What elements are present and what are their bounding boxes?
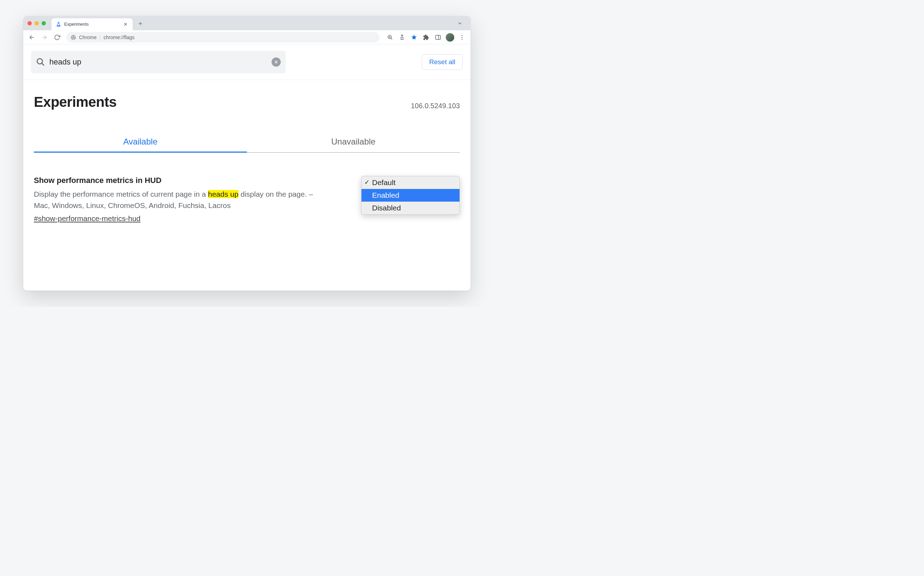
window-minimize-button[interactable]	[35, 21, 39, 26]
version-text: 106.0.5249.103	[411, 102, 460, 110]
tab-unavailable[interactable]: Unavailable	[247, 131, 460, 153]
extensions-icon[interactable]	[420, 32, 432, 43]
tab-list-button[interactable]	[455, 18, 465, 28]
window-maximize-button[interactable]	[42, 21, 46, 26]
window-close-button[interactable]	[27, 21, 32, 26]
new-tab-button[interactable]: ＋	[135, 18, 145, 28]
tab-strip: Experiments ✕ ＋	[23, 16, 471, 30]
tab-title: Experiments	[64, 22, 120, 27]
flag-text-block: Show performance metrics in HUD Display …	[34, 176, 327, 223]
sidepanel-icon[interactable]	[432, 32, 444, 43]
page-header: Experiments 106.0.5249.103	[23, 80, 471, 114]
content-tabs: Available Unavailable	[34, 131, 460, 153]
flag-state-dropdown[interactable]: Default Enabled Disabled	[361, 176, 460, 215]
browser-tab[interactable]: Experiments ✕	[51, 18, 133, 30]
dropdown-option-disabled[interactable]: Disabled	[362, 202, 460, 214]
bookmark-star-icon[interactable]	[408, 32, 420, 43]
page-title: Experiments	[34, 94, 117, 110]
flask-icon	[56, 21, 61, 27]
flag-title: Show performance metrics in HUD	[34, 176, 327, 185]
flag-anchor-link[interactable]: #show-performance-metrics-hud	[34, 214, 140, 223]
search-input[interactable]	[50, 58, 267, 67]
tab-available[interactable]: Available	[34, 131, 247, 153]
omnibox[interactable]: Chrome | chrome://flags	[66, 32, 380, 43]
omnibox-origin: Chrome	[79, 35, 97, 40]
browser-window: Experiments ✕ ＋ Chrome | chrome://flags	[23, 16, 471, 291]
avatar-image	[446, 33, 454, 42]
page-content: Reset all Experiments 106.0.5249.103 Ava…	[23, 45, 471, 290]
kebab-menu-icon[interactable]	[456, 32, 468, 43]
svg-point-13	[462, 38, 463, 40]
close-icon[interactable]: ✕	[123, 21, 128, 27]
flag-description: Display the performance metrics of curre…	[34, 189, 327, 211]
dropdown-option-enabled[interactable]: Enabled	[362, 189, 460, 202]
traffic-lights	[27, 21, 46, 26]
zoom-icon[interactable]	[384, 32, 396, 43]
search-row: Reset all	[23, 45, 471, 80]
search-icon	[36, 58, 45, 67]
svg-point-3	[73, 36, 74, 38]
chrome-icon	[70, 35, 76, 40]
svg-point-12	[462, 37, 463, 38]
svg-line-5	[391, 38, 392, 40]
forward-button[interactable]	[39, 32, 50, 43]
toolbar: Chrome | chrome://flags	[23, 30, 471, 45]
flag-desc-highlight: heads up	[208, 190, 239, 198]
omnibox-url: chrome://flags	[103, 35, 135, 40]
svg-point-11	[462, 35, 463, 36]
dropdown-option-default[interactable]: Default	[362, 176, 460, 189]
omnibox-divider: |	[99, 35, 101, 40]
search-box	[31, 51, 286, 73]
profile-avatar[interactable]	[444, 32, 456, 43]
clear-search-icon[interactable]	[272, 58, 281, 67]
share-icon[interactable]	[396, 32, 408, 43]
reset-all-button[interactable]: Reset all	[422, 54, 463, 70]
svg-line-15	[42, 63, 44, 65]
flag-desc-before: Display the performance metrics of curre…	[34, 190, 208, 198]
svg-point-14	[37, 59, 42, 64]
flag-entry: Show performance metrics in HUD Display …	[23, 153, 471, 223]
back-button[interactable]	[26, 32, 37, 43]
reload-button[interactable]	[51, 32, 63, 43]
svg-rect-9	[436, 35, 440, 40]
